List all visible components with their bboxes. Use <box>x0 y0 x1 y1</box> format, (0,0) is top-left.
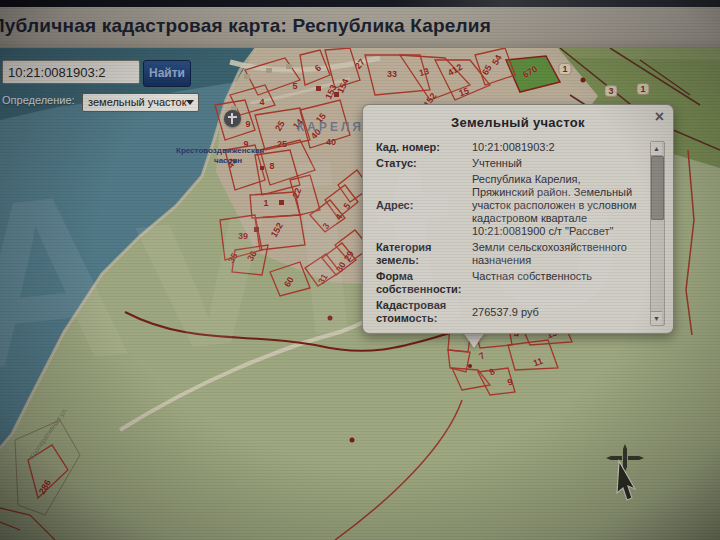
window-top-edge <box>0 0 720 7</box>
filter-dropdown[interactable]: земельный участок <box>82 93 199 112</box>
filter-value: земельный участок <box>88 96 186 108</box>
find-button[interactable]: Найти <box>143 60 191 87</box>
filter-label: Определение: <box>2 94 75 106</box>
chevron-down-icon <box>186 100 194 105</box>
place-label: КАРЕЛЯ <box>297 120 364 134</box>
search-input[interactable] <box>2 60 140 84</box>
chapel-icon <box>224 110 241 127</box>
chapel-label-line2: часовн <box>214 156 242 165</box>
scroll-down-icon[interactable]: ▼ <box>651 311 662 325</box>
info-row: Кадастровая стоимость:276537.9 руб <box>376 299 644 324</box>
filter-row: Определение: земельный участок <box>2 92 199 110</box>
info-row: Кад. номер:10:21:0081903:2 <box>376 141 644 154</box>
popup-body: Кад. номер:10:21:0081903:2 Статус:Учтенн… <box>376 141 644 324</box>
cadastral-map[interactable]: 4561531542733134121521565546709251415404… <box>0 48 720 540</box>
page-title: Публичная кадастровая карта: Республика … <box>0 15 720 37</box>
chapel-label-line1: Крестовоздвиженская <box>176 146 264 155</box>
info-row: Адрес:Республика Карелия, Пряжинский рай… <box>376 173 644 238</box>
info-row: Форма собственности:Частная собственност… <box>376 270 644 296</box>
popup-scrollbar[interactable]: ▲ ▼ <box>650 141 665 326</box>
info-row: Категория земель:Земли сельскохозяйствен… <box>376 241 644 267</box>
info-row: Статус:Учтенный <box>376 157 644 170</box>
search-panel: Найти <box>2 60 140 84</box>
screen-photo: Публичная кадастровая карта: Республика … <box>0 0 720 540</box>
scrollbar-thumb[interactable] <box>651 156 664 220</box>
scroll-up-icon[interactable]: ▲ <box>651 142 662 156</box>
parcel-info-popup: Земельный участок × Кад. номер:10:21:008… <box>362 104 674 334</box>
popup-title: Земельный участок <box>363 115 673 130</box>
close-icon[interactable]: × <box>655 109 664 125</box>
page-title-bar: Публичная кадастровая карта: Республика … <box>0 7 720 49</box>
